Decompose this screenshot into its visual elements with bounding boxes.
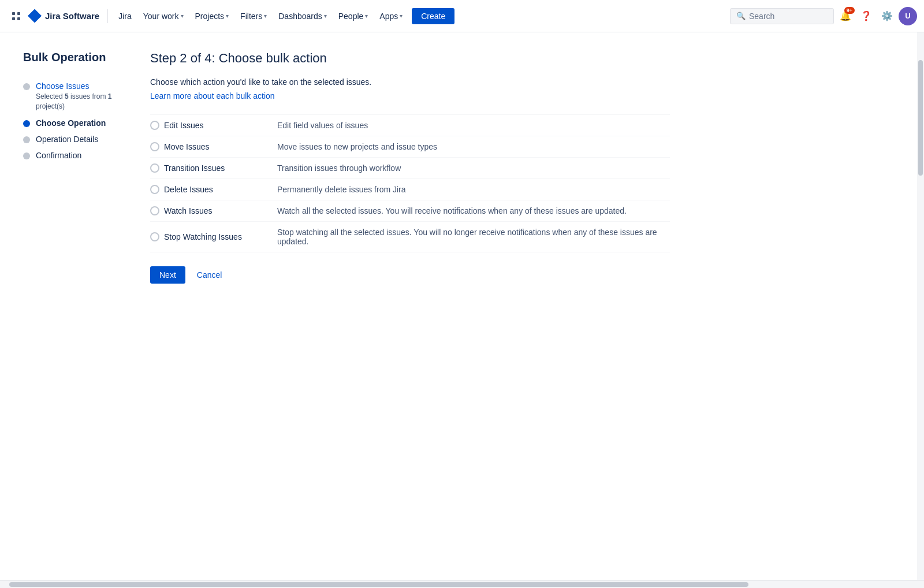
- move-issues-radio-wrap[interactable]: Move Issues: [150, 142, 277, 151]
- search-box[interactable]: 🔍 Search: [730, 8, 834, 24]
- delete-issues-label: Delete Issues: [164, 185, 213, 194]
- settings-button[interactable]: ⚙️: [878, 7, 896, 25]
- avatar-initials: U: [905, 12, 910, 20]
- people-chevron: ▾: [365, 13, 368, 19]
- watch-issues-desc: Watch all the selected issues. You will …: [277, 206, 627, 215]
- option-delete-issues: Delete Issues Permanently delete issues …: [150, 179, 670, 200]
- edit-issues-desc: Edit field values of issues: [277, 121, 368, 130]
- watch-issues-radio[interactable]: [150, 206, 159, 215]
- step-dot-choose-issues: [23, 83, 30, 90]
- sidebar-step-choose-issues: Choose Issues Selected 5 issues from 1 p…: [23, 78, 127, 115]
- stop-watching-issues-label: Stop Watching Issues: [164, 232, 242, 241]
- stop-watching-issues-radio-wrap[interactable]: Stop Watching Issues: [150, 232, 277, 241]
- sidebar-steps: Choose Issues Selected 5 issues from 1 p…: [23, 78, 127, 163]
- watch-issues-label: Watch Issues: [164, 206, 213, 215]
- option-edit-issues: Edit Issues Edit field values of issues: [150, 114, 670, 136]
- apps-chevron: ▾: [400, 13, 403, 19]
- sidebar-step-choose-operation: Choose Operation: [23, 115, 127, 131]
- svg-rect-1: [17, 12, 20, 15]
- svg-rect-0: [12, 12, 15, 15]
- option-watch-issues: Watch Issues Watch all the selected issu…: [150, 200, 670, 222]
- step-dot-choose-operation: [23, 120, 30, 127]
- content-title: Step 2 of 4: Choose bulk action: [150, 51, 670, 66]
- edit-issues-label: Edit Issues: [164, 121, 203, 130]
- nav-divider: [107, 9, 108, 23]
- step-link-choose-issues[interactable]: Choose Issues: [36, 81, 90, 91]
- sidebar: Bulk Operation Choose Issues Selected 5 …: [23, 51, 127, 284]
- transition-issues-label: Transition Issues: [164, 163, 225, 173]
- step-dot-operation-details: [23, 136, 30, 143]
- main-layout: Bulk Operation Choose Issues Selected 5 …: [0, 32, 693, 302]
- edit-issues-radio-wrap[interactable]: Edit Issues: [150, 121, 277, 130]
- scroll-track[interactable]: [917, 0, 924, 302]
- grid-icon[interactable]: [7, 7, 25, 25]
- navbar: Jira Software Jira Your work ▾ Projects …: [0, 0, 924, 32]
- delete-issues-desc: Permanently delete issues from Jira: [277, 185, 406, 194]
- content-description: Choose which action you'd like to take o…: [150, 77, 670, 87]
- step-label-operation-details: Operation Details: [36, 135, 98, 144]
- nav-your-work-link[interactable]: Your work ▾: [139, 8, 188, 24]
- learn-more-link[interactable]: Learn more about each bulk action: [150, 91, 275, 101]
- search-placeholder: Search: [749, 12, 774, 21]
- content-area: Step 2 of 4: Choose bulk action Choose w…: [150, 51, 670, 284]
- step-label-choose-operation: Choose Operation: [36, 118, 106, 128]
- filters-chevron: ▾: [264, 13, 267, 19]
- transition-issues-radio[interactable]: [150, 163, 159, 173]
- step-dot-confirmation: [23, 152, 30, 159]
- stop-watching-issues-desc: Stop watching all the selected issues. Y…: [277, 228, 670, 246]
- sidebar-step-operation-details: Operation Details: [23, 131, 127, 147]
- transition-issues-desc: Transition issues through workflow: [277, 163, 401, 173]
- transition-issues-radio-wrap[interactable]: Transition Issues: [150, 163, 277, 173]
- svg-rect-3: [17, 17, 20, 20]
- dashboards-chevron: ▾: [324, 13, 327, 19]
- sidebar-title: Bulk Operation: [23, 51, 127, 64]
- cancel-button[interactable]: Cancel: [192, 266, 227, 284]
- logo[interactable]: Jira Software: [28, 9, 99, 23]
- delete-issues-radio[interactable]: [150, 185, 159, 194]
- move-issues-radio[interactable]: [150, 142, 159, 151]
- stop-watching-issues-radio[interactable]: [150, 232, 159, 241]
- help-button[interactable]: ❓: [857, 7, 875, 25]
- move-issues-desc: Move issues to new projects and issue ty…: [277, 142, 437, 151]
- nav-dashboards-link[interactable]: Dashboards ▾: [274, 8, 331, 24]
- option-transition-issues: Transition Issues Transition issues thro…: [150, 158, 670, 179]
- action-buttons: Next Cancel: [150, 266, 670, 284]
- nav-apps-link[interactable]: Apps ▾: [375, 8, 407, 24]
- watch-issues-radio-wrap[interactable]: Watch Issues: [150, 206, 277, 215]
- next-button[interactable]: Next: [150, 266, 185, 284]
- help-icon: ❓: [860, 10, 872, 21]
- notifications-button[interactable]: 🔔 9+: [836, 7, 855, 25]
- bulk-action-options: Edit Issues Edit field values of issues …: [150, 114, 670, 252]
- step-sublabel-choose-issues: Selected 5 issues from 1 project(s): [36, 92, 127, 111]
- logo-text: Jira Software: [45, 11, 99, 21]
- search-icon: 🔍: [736, 12, 746, 20]
- scroll-thumb[interactable]: [918, 60, 923, 176]
- step-label-confirmation: Confirmation: [36, 151, 81, 160]
- projects-chevron: ▾: [226, 13, 229, 19]
- create-button[interactable]: Create: [412, 8, 454, 24]
- nav-people-link[interactable]: People ▾: [334, 8, 373, 24]
- option-move-issues: Move Issues Move issues to new projects …: [150, 136, 670, 158]
- edit-issues-radio[interactable]: [150, 121, 159, 130]
- sidebar-step-confirmation: Confirmation: [23, 147, 127, 163]
- avatar[interactable]: U: [899, 7, 917, 25]
- nav-jira-link[interactable]: Jira: [114, 8, 136, 24]
- logo-diamond: [28, 9, 42, 23]
- nav-filters-link[interactable]: Filters ▾: [236, 8, 271, 24]
- delete-issues-radio-wrap[interactable]: Delete Issues: [150, 185, 277, 194]
- notification-badge: 9+: [844, 7, 855, 14]
- option-stop-watching-issues: Stop Watching Issues Stop watching all t…: [150, 222, 670, 252]
- move-issues-label: Move Issues: [164, 142, 210, 151]
- your-work-chevron: ▾: [181, 13, 184, 19]
- svg-rect-2: [12, 17, 15, 20]
- settings-icon: ⚙️: [881, 10, 893, 21]
- nav-projects-link[interactable]: Projects ▾: [191, 8, 234, 24]
